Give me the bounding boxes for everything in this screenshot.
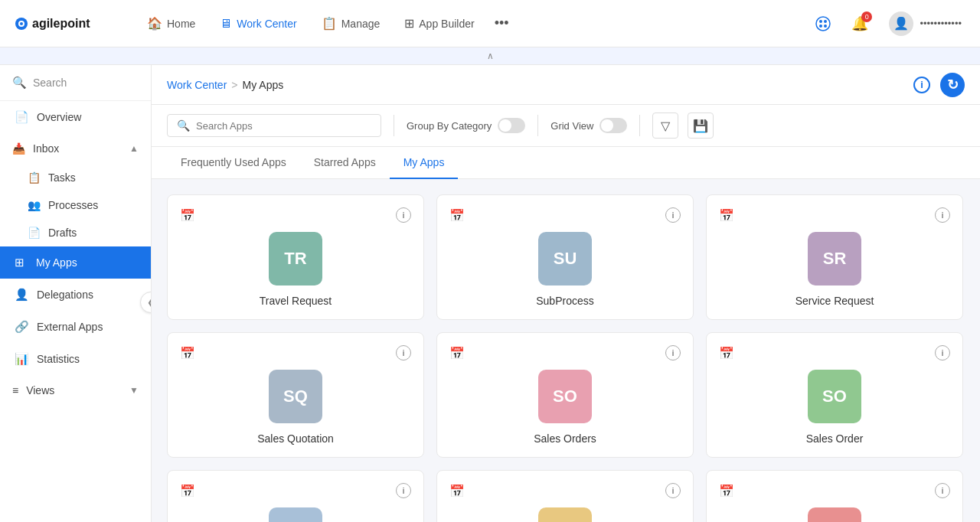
app-info-icon[interactable]: i <box>665 207 681 223</box>
app-card-header: 📅 i <box>449 207 681 223</box>
filter-button[interactable]: ▽ <box>652 113 678 139</box>
sidebar-myapps-label: My Apps <box>36 256 77 269</box>
app-info-icon[interactable]: i <box>935 483 950 498</box>
svg-point-8 <box>824 24 827 28</box>
app-avatar: LR <box>808 507 861 522</box>
app-card-service-request[interactable]: 📅 i SR Service Request <box>706 194 963 320</box>
grid-view-label: Grid View <box>550 120 593 132</box>
main-layout: 🔍 Search 📄 Overview 📥 Inbox ▲ 📋 Tasks 👥 … <box>0 65 980 522</box>
app-card-app-lr[interactable]: 📅 i LR LR App <box>706 470 963 522</box>
tab-my-apps[interactable]: My Apps <box>390 147 459 179</box>
group-by-category-toggle[interactable] <box>498 118 525 133</box>
toolbar-divider-1 <box>394 115 394 136</box>
user-avatar-button[interactable]: 👤 •••••••••••• <box>883 8 968 39</box>
app-card-app-pm[interactable]: 📅 i PM PM App <box>436 470 694 522</box>
sidebar-item-externalapps[interactable]: 🔗 External Apps <box>0 311 151 343</box>
app-card-label: Sales Orders <box>449 432 681 445</box>
refresh-icon: ↻ <box>947 77 959 93</box>
nav-workcenter[interactable]: 🖥 Work Center <box>209 11 307 37</box>
app-card-subprocess[interactable]: 📅 i SU SubProcess <box>436 194 694 320</box>
sidebar-search-label: Search <box>33 77 67 89</box>
app-card-sales-order[interactable]: 📅 i SO Sales Order <box>706 332 963 458</box>
calendar-icon: 📅 <box>719 346 734 361</box>
save-icon: 💾 <box>693 119 708 133</box>
app-card-header: 📅 i <box>180 345 411 361</box>
app-card-sales-orders[interactable]: 📅 i SO Sales Orders <box>436 332 694 458</box>
logo[interactable]: agilepoint <box>12 10 112 38</box>
chevron-left-icon: ❮ <box>147 297 152 308</box>
info-button[interactable]: i <box>910 73 934 97</box>
sidebar-item-myapps[interactable]: ⊞ My Apps <box>0 246 151 279</box>
nav-more-button[interactable]: ••• <box>488 9 515 38</box>
filter-icon: ▽ <box>661 119 670 133</box>
svg-point-2 <box>20 22 23 25</box>
inbox-chevron-up-icon: ▲ <box>129 143 139 154</box>
app-card-body: PM <box>449 507 681 522</box>
tasks-icon: 📋 <box>28 171 41 184</box>
app-card-label: Sales Order <box>719 432 950 445</box>
sidebar: 🔍 Search 📄 Overview 📥 Inbox ▲ 📋 Tasks 👥 … <box>0 65 152 522</box>
tab-starred-apps[interactable]: Starred Apps <box>300 147 390 179</box>
app-card-sales-quotation[interactable]: 📅 i SQ Sales Quotation <box>167 332 424 458</box>
svg-point-7 <box>819 24 822 28</box>
nav-workcenter-label: Work Center <box>237 18 296 30</box>
calendar-icon: 📅 <box>180 346 195 361</box>
sidebar-item-tasks[interactable]: 📋 Tasks <box>0 164 151 191</box>
calendar-icon: 📅 <box>719 484 734 498</box>
app-info-icon[interactable]: i <box>665 483 681 498</box>
tab-frequently-used[interactable]: Frequently Used Apps <box>167 147 300 179</box>
breadcrumb-parent[interactable]: Work Center <box>167 79 227 91</box>
user-icon: 👤 <box>893 16 909 31</box>
breadcrumb: Work Center > My Apps <box>167 79 283 91</box>
app-info-icon[interactable]: i <box>665 345 681 361</box>
sidebar-item-overview-label: Overview <box>37 111 81 123</box>
sidebar-inbox-group[interactable]: 📥 Inbox ▲ <box>0 133 151 164</box>
sidebar-views-group[interactable]: ≡ Views ▼ <box>0 375 151 406</box>
sidebar-item-delegations[interactable]: 👤 Delegations <box>0 279 151 311</box>
nav-appbuilder[interactable]: ⊞ App Builder <box>394 10 485 37</box>
collapse-bar[interactable]: ∧ <box>0 47 980 65</box>
app-card-body: LR <box>719 507 950 522</box>
search-box[interactable]: 🔍 <box>167 114 381 137</box>
nav-home[interactable]: 🏠 Home <box>136 10 206 37</box>
app-info-icon[interactable]: i <box>935 345 950 361</box>
calendar-icon: 📅 <box>180 208 195 223</box>
app-card-body: SO <box>449 370 681 423</box>
appbuilder-icon: ⊞ <box>404 16 414 31</box>
sidebar-item-processes[interactable]: 👥 Processes <box>0 191 151 219</box>
manage-icon: 📋 <box>322 16 337 31</box>
sidebar-item-drafts[interactable]: 📄 Drafts <box>0 219 151 246</box>
breadcrumb-bar: Work Center > My Apps i ↻ <box>152 65 980 105</box>
calendar-icon: 📅 <box>180 484 195 498</box>
app-info-icon[interactable]: i <box>396 483 411 498</box>
app-card-header: 📅 i <box>719 345 950 361</box>
nav-items: 🏠 Home 🖥 Work Center 📋 Manage ⊞ App Buil… <box>136 9 803 38</box>
app-card-travel-request[interactable]: 📅 i TR Travel Request <box>167 194 424 320</box>
svg-point-6 <box>824 20 827 23</box>
apps-grid-button[interactable] <box>809 10 837 38</box>
nav-manage[interactable]: 📋 Manage <box>311 10 391 37</box>
app-info-icon[interactable]: i <box>396 345 411 361</box>
app-card-body: SU <box>449 232 681 285</box>
sidebar-item-statistics[interactable]: 📊 Statistics <box>0 343 151 375</box>
sidebar-search[interactable]: 🔍 Search <box>0 65 151 101</box>
user-name: •••••••••••• <box>920 18 962 29</box>
views-chevron-down-icon: ▼ <box>129 385 139 396</box>
notifications-button[interactable]: 🔔 0 <box>846 10 874 38</box>
refresh-button[interactable]: ↻ <box>940 73 965 97</box>
sidebar-statistics-label: Statistics <box>37 353 80 365</box>
save-button[interactable]: 💾 <box>688 113 714 139</box>
avatar: 👤 <box>889 11 913 36</box>
app-card-header: 📅 i <box>180 207 411 223</box>
sidebar-item-overview[interactable]: 📄 Overview <box>0 101 151 133</box>
grid-view-toggle[interactable] <box>599 118 627 133</box>
sidebar-externalapps-label: External Apps <box>37 321 103 333</box>
sidebar-views-label: Views <box>26 384 54 396</box>
search-apps-input[interactable] <box>196 120 371 132</box>
grid-view-toggle-group: Grid View <box>550 118 627 133</box>
app-card-app-si[interactable]: 📅 i SI SI App <box>167 470 424 522</box>
sidebar-drafts-label: Drafts <box>48 227 77 239</box>
app-info-icon[interactable]: i <box>396 207 411 223</box>
views-icon: ≡ <box>12 384 18 396</box>
app-info-icon[interactable]: i <box>935 207 950 223</box>
